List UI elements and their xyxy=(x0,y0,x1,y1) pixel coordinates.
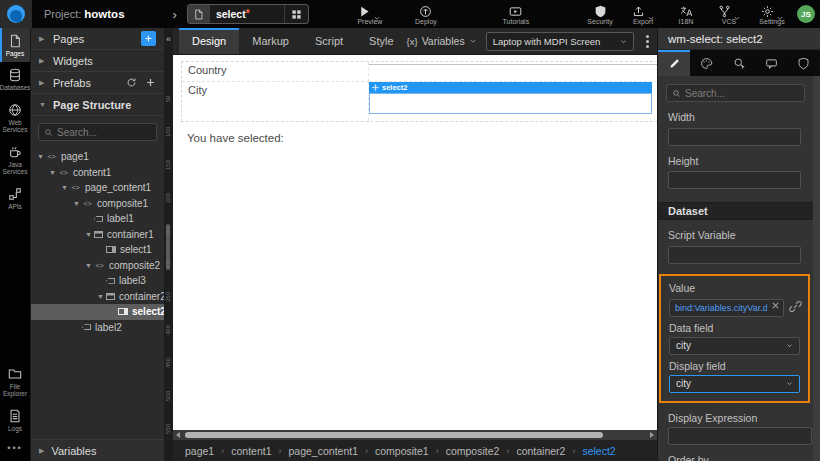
chevron-down-icon[interactable]: ▼ xyxy=(47,169,58,176)
data-field-select[interactable]: city xyxy=(669,337,800,355)
rail-item-pages[interactable]: Pages xyxy=(0,28,30,62)
scroll-left-button[interactable] xyxy=(173,430,183,440)
variables-button[interactable]: {x} Variables xyxy=(407,35,477,47)
chevron-down-icon xyxy=(647,8,655,16)
export-button[interactable]: Export xyxy=(628,4,658,25)
section-prefabs[interactable]: ▶ Prefabs xyxy=(31,72,164,94)
panel-tab-properties[interactable] xyxy=(658,50,690,76)
tree-node-page_content1[interactable]: ▼<>page_content1 xyxy=(31,180,164,196)
tree-node-page1[interactable]: ▼<>page1 xyxy=(31,149,164,165)
country-select-cell[interactable] xyxy=(369,62,657,82)
breadcrumb-item-composite1[interactable]: composite1 xyxy=(375,445,429,457)
ruler-mark: 550 xyxy=(165,421,171,437)
caret-down-icon xyxy=(786,380,793,387)
panel-scrollbar[interactable] xyxy=(813,76,820,461)
rail-item-apis[interactable]: APIs xyxy=(0,181,30,215)
app-logo[interactable] xyxy=(0,0,32,28)
section-variables[interactable]: ▶ Variables xyxy=(31,439,164,461)
search-icon xyxy=(44,128,53,137)
refresh-icon[interactable] xyxy=(126,77,137,88)
tree-node-container1[interactable]: ▼container1 xyxy=(31,227,164,243)
tab-design[interactable]: Design xyxy=(179,28,239,54)
panel-tab-styles[interactable] xyxy=(690,50,722,76)
add-page-button[interactable] xyxy=(141,31,156,46)
tab-style[interactable]: Style xyxy=(356,28,406,54)
chevron-down-icon[interactable]: ▼ xyxy=(83,262,94,269)
chevron-down-icon[interactable]: ▼ xyxy=(35,153,46,160)
widget-title-bar[interactable]: select2 xyxy=(369,82,652,93)
width-input[interactable] xyxy=(668,128,801,146)
security-button[interactable]: Security xyxy=(585,4,615,25)
user-avatar[interactable]: JS xyxy=(797,5,815,23)
panel-tab-inspect[interactable] xyxy=(723,50,755,76)
tree-node-select1[interactable]: select1 xyxy=(31,242,164,258)
tree-node-label: page_content1 xyxy=(85,182,151,193)
section-page-structure[interactable]: ▼ Page Structure xyxy=(31,94,164,116)
ruler-mark: 350 xyxy=(165,289,171,305)
tree-node-select2[interactable]: select2 xyxy=(31,304,164,320)
display-field-select[interactable]: city xyxy=(669,375,800,393)
tab-markup[interactable]: Markup xyxy=(239,28,302,54)
rail-item-file-explorer[interactable]: File Explorer xyxy=(0,361,30,403)
properties-search-input[interactable] xyxy=(685,88,799,99)
tree-node-label: composite2 xyxy=(109,260,160,271)
clear-binding-icon[interactable] xyxy=(770,300,781,311)
selected-widget-overlay[interactable]: select2 xyxy=(369,82,652,114)
scroll-right-button[interactable] xyxy=(647,430,657,440)
tree-node-composite1[interactable]: ▼<>composite1 xyxy=(31,196,164,212)
tutorials-button[interactable]: Tutorials xyxy=(501,4,531,25)
chevron-down-icon[interactable]: ▼ xyxy=(59,184,70,191)
script-variable-input[interactable] xyxy=(668,246,801,264)
deploy-button[interactable]: Deploy xyxy=(411,4,441,25)
dataset-section-header: Dataset xyxy=(658,202,813,220)
city-label[interactable]: City xyxy=(182,82,369,121)
rail-item-databases[interactable]: Databases xyxy=(0,62,30,96)
chevron-down-icon[interactable]: ▼ xyxy=(71,200,82,207)
tree-node-label3[interactable]: label3 xyxy=(31,273,164,289)
page-selector[interactable]: select* xyxy=(187,4,309,24)
height-input[interactable] xyxy=(668,171,801,189)
caret-down-icon xyxy=(620,38,627,45)
structure-search-input[interactable] xyxy=(57,127,151,138)
scrollbar-thumb[interactable] xyxy=(185,432,603,438)
add-prefab-button[interactable] xyxy=(145,77,156,88)
scrollbar-track[interactable] xyxy=(183,430,647,440)
panel-tab-security[interactable] xyxy=(788,50,820,76)
display-expression-input[interactable] xyxy=(668,427,812,445)
settings-button[interactable]: Settings xyxy=(757,4,787,25)
breadcrumb-item-page_content1[interactable]: page_content1 xyxy=(289,445,358,457)
page-grid-icon[interactable] xyxy=(284,5,308,23)
section-widgets[interactable]: ▶ Widgets xyxy=(31,50,164,72)
breadcrumb-item-select2[interactable]: select2 xyxy=(582,445,615,457)
country-select-widget[interactable] xyxy=(369,64,657,65)
i18n-button[interactable]: I18N xyxy=(671,4,701,25)
tab-script[interactable]: Script xyxy=(302,28,356,54)
breadcrumb-item-page1[interactable]: page1 xyxy=(185,445,214,457)
rail-item-web-services[interactable]: Web Services xyxy=(0,97,30,139)
tree-node-container2[interactable]: ▼container2 xyxy=(31,289,164,305)
rail-overflow-button[interactable]: ••• xyxy=(0,437,30,461)
collapse-left-panel-button[interactable]: « xyxy=(164,32,173,47)
tree-node-composite2[interactable]: ▼<>composite2 xyxy=(31,258,164,274)
rail-item-java-services[interactable]: Java Services xyxy=(0,139,30,181)
breadcrumb-item-container2[interactable]: container2 xyxy=(516,445,565,457)
breadcrumb-item-content1[interactable]: content1 xyxy=(231,445,271,457)
country-label[interactable]: Country xyxy=(182,62,369,82)
bind-link-icon[interactable] xyxy=(789,300,802,313)
tree-node-content1[interactable]: ▼<>content1 xyxy=(31,165,164,181)
vcs-button[interactable]: VCS xyxy=(714,4,744,25)
more-options-button[interactable] xyxy=(643,35,653,48)
tree-node-label2[interactable]: label2 xyxy=(31,320,164,336)
device-select[interactable]: Laptop with MDPI Screen xyxy=(486,32,634,51)
rail-item-logs[interactable]: Logs xyxy=(0,403,30,437)
panel-tab-messages[interactable] xyxy=(755,50,787,76)
select2-widget[interactable] xyxy=(369,93,652,114)
value-binding-input[interactable] xyxy=(669,299,784,317)
section-pages[interactable]: ▶ Pages xyxy=(31,28,164,50)
breadcrumb-item-composite2[interactable]: composite2 xyxy=(446,445,500,457)
preview-button[interactable]: Preview xyxy=(355,4,385,25)
chevron-down-icon[interactable]: ▼ xyxy=(95,293,106,300)
chevron-down-icon[interactable]: ▼ xyxy=(83,231,94,238)
tree-node-label1[interactable]: label1 xyxy=(31,211,164,227)
preview-label: Preview xyxy=(357,18,382,25)
